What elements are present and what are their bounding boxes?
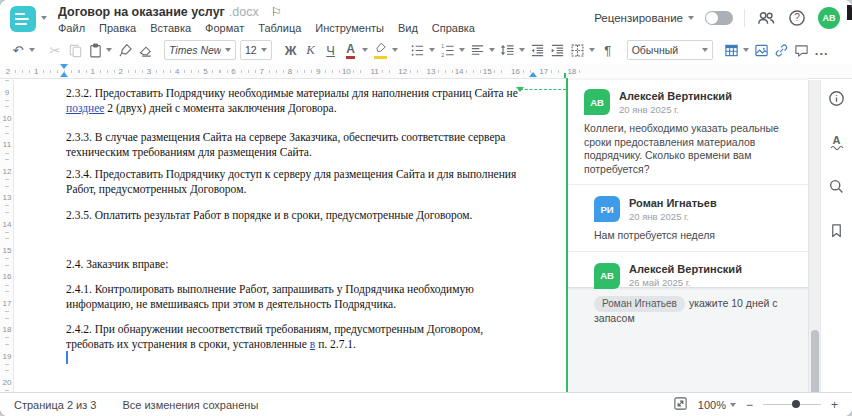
menu-item[interactable]: Вставка (150, 22, 191, 34)
mention-chip[interactable]: Роман Игнатьев (594, 296, 685, 313)
copy-button[interactable] (65, 39, 85, 61)
document-page[interactable]: 2.3.2. Предоставить Подрядчику необходим… (14, 80, 565, 392)
font-name-select[interactable]: Times New ... (164, 40, 236, 60)
numbered-list-caret-icon[interactable] (459, 48, 465, 52)
comment-author: Алексей Вертинский (629, 263, 742, 275)
zoom-value-dropdown[interactable]: 100% (698, 399, 736, 411)
status-bar: Страница 2 из 3 Все изменения сохранены … (0, 392, 852, 416)
font-size-select[interactable]: 12 (240, 40, 272, 60)
paragraph-2-3-3: 2.3.3. В случае размещения Сайта на серв… (66, 130, 530, 160)
horizontal-ruler[interactable]: 21123456789101112131415161718 (0, 64, 852, 79)
paragraph-2-4: 2.4. Заказчик вправе: (66, 257, 530, 272)
insert-table-button[interactable] (722, 39, 742, 61)
comment-text: Роман Игнатьевукажите 10 дней с запасом (568, 289, 808, 334)
paste-button[interactable] (85, 39, 105, 61)
comment-avatar: РИ (594, 196, 620, 222)
header-right: Рецензирование ? АВ (594, 0, 840, 36)
insert-image-button[interactable] (752, 39, 772, 61)
search-icon[interactable] (828, 177, 846, 195)
more-tools-button[interactable]: ... (812, 39, 832, 61)
clear-style-button[interactable] (135, 39, 155, 61)
zoom-slider-knob[interactable] (792, 400, 800, 408)
svg-text:2: 2 (442, 51, 445, 57)
left-indent-marker[interactable] (60, 72, 68, 77)
bold-button[interactable]: Ж (281, 39, 301, 61)
increase-indent-button[interactable] (548, 39, 568, 61)
font-color-button[interactable]: А (341, 39, 361, 61)
vertical-scrollbar[interactable] (808, 80, 820, 392)
cut-button[interactable]: ✂ (45, 39, 65, 61)
font-color-caret-icon[interactable] (362, 48, 368, 52)
comment-avatar: АВ (584, 89, 610, 115)
chevron-down-icon (730, 403, 736, 407)
text-cursor (66, 351, 68, 364)
help-icon[interactable]: ? (787, 8, 807, 28)
highlight-color-button[interactable] (371, 39, 391, 61)
menu-item[interactable]: Формат (205, 22, 244, 34)
bookmark-icon[interactable] (828, 221, 846, 239)
app-menu-caret-icon[interactable] (41, 16, 47, 20)
numbered-list-button[interactable]: 12 (438, 39, 458, 61)
menu-item[interactable]: Файл (58, 22, 85, 34)
font-size-value: 12 (245, 44, 257, 56)
inserted-text: позднее (66, 102, 104, 114)
review-toggle[interactable] (705, 11, 733, 25)
zoom-in-button[interactable]: + (831, 398, 838, 412)
menu-item[interactable]: Инструменты (315, 22, 384, 34)
menu-item[interactable]: Справка (432, 22, 475, 34)
first-line-indent-marker[interactable] (60, 64, 68, 69)
decrease-indent-button[interactable] (528, 39, 548, 61)
format-painter-button[interactable] (115, 39, 135, 61)
user-avatar[interactable]: АВ (818, 7, 840, 29)
document-info-icon[interactable] (828, 89, 846, 107)
undo-button[interactable]: ↶ (8, 39, 28, 61)
paragraph-style-select[interactable]: Обычный (627, 40, 713, 60)
vertical-ruler[interactable]: 91011121314151617181920 (0, 80, 14, 392)
borders-caret-icon[interactable] (589, 48, 595, 52)
header: Договор на оказание услуг .docx ⚐ ФайлПр… (0, 0, 852, 36)
insert-link-button[interactable] (772, 39, 792, 61)
comment-date: 20 янв 2025 г. (619, 104, 732, 115)
right-indent-marker[interactable] (529, 72, 537, 77)
review-mode-dropdown[interactable]: Рецензирование (594, 12, 694, 24)
svg-text:?: ? (794, 12, 800, 23)
line-spacing-button[interactable] (498, 39, 518, 61)
app-window: Договор на оказание услуг .docx ⚐ ФайлПр… (0, 0, 852, 416)
comment-thread-card[interactable]: АВ Алексей Вертинский 20 янв 2025 г. Кол… (568, 80, 808, 288)
svg-text:1: 1 (442, 43, 445, 49)
comment-connector-line (520, 89, 566, 90)
zoom-slider[interactable] (763, 404, 821, 406)
menu-item[interactable]: Вид (398, 22, 418, 34)
menu-item[interactable]: Таблица (258, 22, 301, 34)
align-caret-icon[interactable] (489, 48, 495, 52)
bullet-list-button[interactable] (408, 39, 428, 61)
menu-item[interactable]: Правка (99, 22, 136, 34)
paste-caret-icon[interactable] (106, 48, 112, 52)
undo-caret-icon[interactable] (29, 48, 35, 52)
show-formatting-marks-button[interactable]: ¶ (598, 39, 618, 61)
line-spacing-caret-icon[interactable] (519, 48, 525, 52)
app-logo-icon[interactable] (10, 6, 36, 32)
chevron-down-icon (688, 16, 694, 20)
zoom-out-button[interactable]: − (746, 398, 753, 412)
collaboration-users-icon[interactable] (756, 8, 776, 28)
flag-icon[interactable]: ⚐ (271, 5, 282, 19)
comment-0: АВ Алексей Вертинский 20 янв 2025 г. Кол… (568, 80, 808, 184)
comment-avatar: АВ (594, 263, 620, 289)
zoom-value: 100% (698, 399, 726, 411)
page-indicator[interactable]: Страница 2 из 3 (14, 399, 96, 411)
bullet-list-caret-icon[interactable] (429, 48, 435, 52)
underline-button[interactable]: Ч (321, 39, 341, 61)
paragraph-borders-button[interactable] (568, 39, 588, 61)
chevron-down-icon (261, 48, 267, 52)
table-caret-icon[interactable] (743, 48, 749, 52)
comment-text: Нам потребуется неделя (568, 222, 808, 251)
highlight-caret-icon[interactable] (392, 48, 398, 52)
fit-width-button[interactable] (673, 396, 688, 413)
comment-button[interactable] (792, 39, 812, 61)
align-left-button[interactable] (468, 39, 488, 61)
italic-button[interactable]: К (301, 39, 321, 61)
spellcheck-icon[interactable]: А (828, 133, 846, 151)
font-name-value: Times New ... (169, 44, 221, 56)
comments-panel: АВ Алексей Вертинский 20 янв 2025 г. Кол… (566, 78, 808, 392)
